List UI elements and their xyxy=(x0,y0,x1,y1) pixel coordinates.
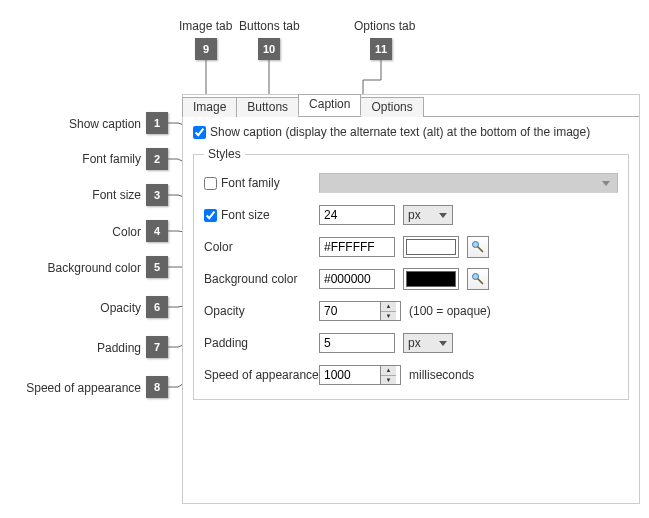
speed-label: Speed of appearance xyxy=(204,368,319,382)
styles-group: Styles Font family Font size xyxy=(193,147,629,400)
font-size-unit-select[interactable]: px xyxy=(403,205,453,225)
padding-unit-value: px xyxy=(408,336,421,350)
bgcolor-label: Background color xyxy=(204,272,297,286)
font-size-input[interactable] xyxy=(319,205,395,225)
opacity-stepper[interactable]: ▲ ▼ xyxy=(319,301,401,321)
font-family-label: Font family xyxy=(221,176,280,190)
bgcolor-input[interactable] xyxy=(319,269,395,289)
tab-options[interactable]: Options xyxy=(360,97,423,117)
ext-label-show-caption: Show caption xyxy=(46,117,141,131)
bgcolor-swatch xyxy=(406,271,456,287)
ext-label-image-tab: Image tab xyxy=(179,19,232,33)
bgcolor-picker-button[interactable] xyxy=(467,268,489,290)
tab-image[interactable]: Image xyxy=(182,97,237,117)
callout-11: 11 xyxy=(370,38,392,60)
ext-label-font-size: Font size xyxy=(46,188,141,202)
callout-6: 6 xyxy=(146,296,168,318)
padding-unit-select[interactable]: px xyxy=(403,333,453,353)
color-swatch xyxy=(406,239,456,255)
show-caption-checkbox[interactable] xyxy=(193,126,206,139)
color-picker-button[interactable] xyxy=(467,236,489,258)
show-caption-label: Show caption (display the alternate text… xyxy=(210,125,590,139)
tab-buttons[interactable]: Buttons xyxy=(236,97,299,117)
ext-label-bgcolor: Background color xyxy=(38,261,141,275)
ext-label-font-family: Font family xyxy=(46,152,141,166)
callout-2: 2 xyxy=(146,148,168,170)
font-family-select[interactable] xyxy=(319,173,618,193)
ext-label-opacity: Opacity xyxy=(46,301,141,315)
opacity-step-up[interactable]: ▲ xyxy=(381,302,396,312)
callout-7: 7 xyxy=(146,336,168,358)
callout-10: 10 xyxy=(258,38,280,60)
opacity-label: Opacity xyxy=(204,304,245,318)
ext-label-color: Color xyxy=(46,225,141,239)
pushpin-icon xyxy=(471,272,485,286)
opacity-hint: (100 = opaque) xyxy=(409,304,491,318)
tab-caption[interactable]: Caption xyxy=(298,94,361,116)
bgcolor-swatch-button[interactable] xyxy=(403,268,459,290)
svg-line-5 xyxy=(478,279,484,285)
tab-body-caption: Show caption (display the alternate text… xyxy=(183,116,639,408)
svg-line-3 xyxy=(478,247,484,253)
speed-step-up[interactable]: ▲ xyxy=(381,366,396,376)
ext-label-padding: Padding xyxy=(46,341,141,355)
font-family-checkbox[interactable] xyxy=(204,177,217,190)
color-label: Color xyxy=(204,240,233,254)
callout-9: 9 xyxy=(195,38,217,60)
callout-4: 4 xyxy=(146,220,168,242)
padding-label: Padding xyxy=(204,336,248,350)
callout-8: 8 xyxy=(146,376,168,398)
tabstrip: Image Buttons Caption Options xyxy=(182,94,639,116)
font-size-checkbox[interactable] xyxy=(204,209,217,222)
speed-input[interactable] xyxy=(320,366,380,384)
caption-settings-panel: Image Buttons Caption Options Show capti… xyxy=(182,94,640,504)
ext-label-options-tab: Options tab xyxy=(354,19,415,33)
ext-label-buttons-tab: Buttons tab xyxy=(239,19,300,33)
color-swatch-button[interactable] xyxy=(403,236,459,258)
opacity-input[interactable] xyxy=(320,302,380,320)
speed-step-down[interactable]: ▼ xyxy=(381,376,396,385)
ext-label-speed: Speed of appearance xyxy=(20,381,141,395)
opacity-step-down[interactable]: ▼ xyxy=(381,312,396,321)
font-size-unit-value: px xyxy=(408,208,421,222)
color-input[interactable] xyxy=(319,237,395,257)
pushpin-icon xyxy=(471,240,485,254)
padding-input[interactable] xyxy=(319,333,395,353)
speed-hint: milliseconds xyxy=(409,368,474,382)
callout-1: 1 xyxy=(146,112,168,134)
styles-legend: Styles xyxy=(204,147,245,161)
speed-stepper[interactable]: ▲ ▼ xyxy=(319,365,401,385)
callout-3: 3 xyxy=(146,184,168,206)
font-size-label: Font size xyxy=(221,208,270,222)
callout-5: 5 xyxy=(146,256,168,278)
